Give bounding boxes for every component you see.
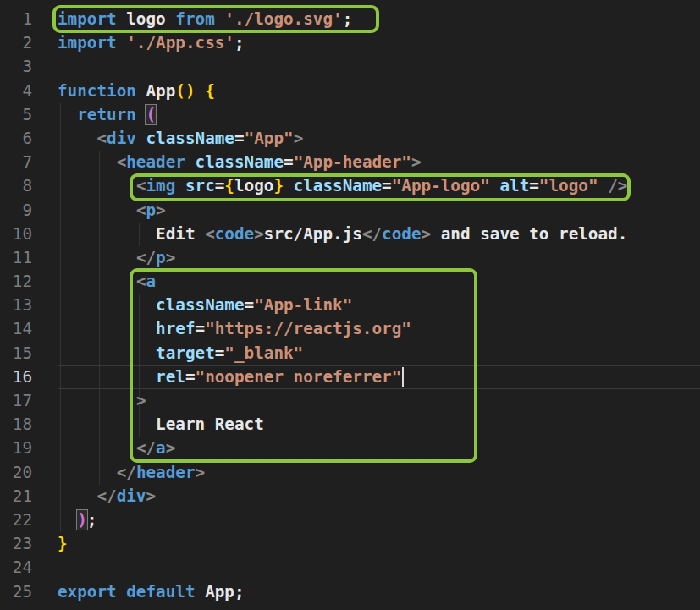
- code-line[interactable]: 3: [0, 55, 700, 79]
- code-token: src/App.js: [264, 224, 362, 244]
- code-line-content: </a>: [58, 437, 700, 460]
- line-number: 24: [0, 556, 58, 580]
- code-token: </: [96, 486, 116, 506]
- code-line[interactable]: 20 </header>: [0, 461, 700, 485]
- code-token: [284, 176, 294, 195]
- code-token: [58, 367, 156, 387]
- code-line-content: href="https://reactjs.org": [58, 317, 700, 341]
- line-number: 5: [0, 103, 58, 127]
- code-token: from: [175, 9, 214, 29]
- code-token: =: [215, 343, 225, 363]
- line-number: 23: [0, 532, 58, 556]
- code-token: [175, 176, 185, 195]
- code-token: className: [146, 129, 234, 148]
- code-token: =: [245, 295, 255, 315]
- code-token: ": [205, 319, 215, 338]
- code-line-content: <div className="App">: [58, 127, 700, 151]
- code-token: src: [185, 176, 215, 195]
- code-line[interactable]: 16 rel="noopener noreferrer": [0, 365, 700, 389]
- code-line[interactable]: 25export default App;: [0, 580, 700, 604]
- code-token: </: [136, 248, 156, 267]
- code-line[interactable]: 23}: [0, 532, 700, 556]
- code-line[interactable]: 5 return (: [0, 103, 700, 127]
- code-line-content: </div>: [58, 485, 700, 508]
- code-line[interactable]: 21 </div>: [0, 485, 700, 508]
- code-token: className: [156, 295, 244, 315]
- code-token: [58, 463, 117, 482]
- code-token: [136, 129, 146, 148]
- code-token: >: [156, 201, 166, 220]
- code-line[interactable]: 14 href="https://reactjs.org": [0, 317, 700, 341]
- code-token: [58, 201, 136, 220]
- line-number: 11: [0, 246, 58, 270]
- code-line[interactable]: 13 className="App-link": [0, 294, 700, 317]
- code-token: <: [205, 224, 215, 244]
- code-line[interactable]: 18 Learn React: [0, 413, 700, 437]
- code-token: >: [254, 224, 264, 244]
- code-token: return: [77, 105, 136, 124]
- code-token: p: [156, 248, 166, 267]
- code-line-content: className="App-link": [58, 294, 700, 317]
- code-line-content: export default App;: [58, 580, 700, 604]
- code-line[interactable]: 12 <a: [0, 270, 700, 294]
- code-token: ;: [234, 33, 245, 52]
- code-token: default: [126, 582, 195, 602]
- code-token: >: [146, 486, 156, 506]
- line-number: 7: [0, 151, 58, 174]
- code-editor[interactable]: 1import logo from './logo.svg';2import '…: [0, 0, 700, 610]
- code-line[interactable]: 7 <header className="App-header">: [0, 151, 700, 174]
- code-line-content: Learn React: [58, 413, 700, 437]
- code-token: href: [156, 319, 195, 338]
- code-line[interactable]: 8 <img src={logo} className="App-logo" a…: [0, 174, 700, 198]
- line-number: 3: [0, 55, 58, 79]
- code-line-content: return (: [58, 103, 700, 127]
- code-token: </: [117, 463, 136, 482]
- code-line[interactable]: 24: [0, 556, 700, 580]
- code-token: [58, 129, 96, 148]
- code-line-content: </header>: [58, 461, 700, 485]
- code-line[interactable]: 1import logo from './logo.svg';: [0, 8, 700, 31]
- code-line[interactable]: 6 <div className="App">: [0, 127, 700, 151]
- code-line[interactable]: 22 );: [0, 508, 700, 532]
- code-line[interactable]: 17 >: [0, 389, 700, 413]
- code-token: }: [273, 176, 284, 195]
- code-line[interactable]: 4function App() {: [0, 80, 700, 103]
- code-token: ": [401, 319, 411, 338]
- code-token: [490, 176, 500, 195]
- code-token: [58, 248, 136, 267]
- code-token: [58, 295, 156, 315]
- code-token: "App-logo": [392, 176, 490, 195]
- code-token: Learn React: [58, 415, 264, 434]
- code-token: App;: [196, 582, 245, 602]
- code-token: "App-header": [294, 152, 411, 172]
- code-token: code: [215, 224, 254, 244]
- code-token: './App.css': [126, 33, 234, 52]
- code-token: >: [166, 438, 176, 458]
- code-token: >: [166, 248, 176, 267]
- line-number: 21: [0, 485, 58, 508]
- code-line[interactable]: 10 Edit <code>src/App.js</code> and save…: [0, 223, 700, 246]
- code-token: logo: [117, 9, 176, 29]
- code-token: img: [146, 176, 175, 195]
- line-number: 14: [0, 317, 58, 341]
- code-line[interactable]: 15 target="_blank": [0, 342, 700, 365]
- code-token: [58, 319, 156, 338]
- code-token: =: [529, 176, 539, 195]
- code-line[interactable]: 19 </a>: [0, 437, 700, 460]
- line-number: 6: [0, 127, 58, 151]
- code-token: >: [196, 463, 206, 482]
- line-number: 20: [0, 461, 58, 485]
- code-line[interactable]: 11 </p>: [0, 246, 700, 270]
- code-token: [58, 152, 117, 172]
- line-number: 4: [0, 80, 58, 103]
- code-token: [58, 486, 96, 506]
- code-line[interactable]: 9 <p>: [0, 199, 700, 223]
- code-line-content: target="_blank": [58, 342, 700, 365]
- line-number: 17: [0, 389, 58, 413]
- code-line[interactable]: 2import './App.css';: [0, 31, 700, 55]
- code-line-content: >: [58, 389, 700, 413]
- code-line-content: }: [58, 532, 700, 556]
- code-token: a: [146, 272, 156, 291]
- code-token: ;: [343, 9, 353, 29]
- code-token: className: [196, 152, 284, 172]
